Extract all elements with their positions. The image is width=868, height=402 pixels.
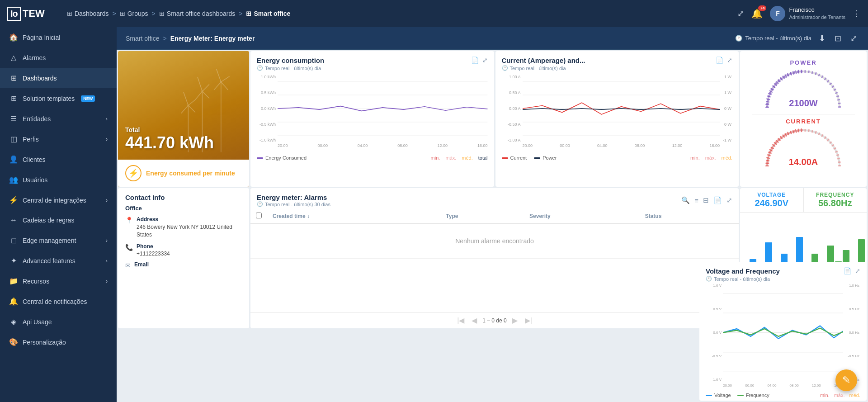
fab-button[interactable]: ✎: [835, 369, 857, 391]
columns-alarm-button[interactable]: ⊟: [703, 196, 709, 204]
clock-icon-2: 🕐: [257, 65, 263, 71]
user-name: Francisco: [789, 6, 845, 14]
alarms-icons: 🔍 ≡ ⊟ 📄 ⤢: [681, 196, 732, 204]
download-button[interactable]: ⬇: [817, 32, 827, 45]
voltage-stat: VOLTAGE 246.90V: [740, 188, 804, 212]
sidebar-item-perfis[interactable]: ◫ Perfis ›: [0, 129, 117, 149]
nav-sep-1: >: [113, 10, 116, 17]
last-page-button[interactable]: ▶|: [523, 316, 534, 325]
energy-chart-title-area: Energy consumption 🕐 Tempo real - último…: [257, 57, 324, 71]
sidebar-item-solution-templates[interactable]: ⊞ Solution templates NEW: [0, 88, 117, 109]
sidebar-label-perfis: Perfis: [23, 136, 39, 143]
vf-y-right: 1.0 Hz0.5 Hz0.0 Hz-0.5 Hz-1.0 Hz: [843, 284, 860, 382]
vf-med-label: méd.: [849, 393, 860, 398]
vf-line-chart: [723, 284, 843, 382]
filter-alarm-button[interactable]: ≡: [694, 197, 698, 204]
fullscreen-button[interactable]: ⤢: [849, 32, 859, 45]
smart-dashboards-grid-icon: ⊞: [159, 10, 165, 17]
first-page-button[interactable]: |◀: [455, 316, 466, 325]
sidebar-item-advanced[interactable]: ✦ Advanced features ›: [0, 251, 117, 271]
legend-dot-green: [737, 395, 744, 396]
user-area[interactable]: F Francisco Administrador de Tenants: [770, 6, 845, 21]
sidebar-item-integracoes[interactable]: ⚡ Central de integrações ›: [0, 190, 117, 210]
bolt-icon: ⚡: [125, 165, 142, 181]
sidebar-item-home[interactable]: 🏠 Página Inicial: [0, 27, 117, 47]
expand-icon[interactable]: ⤢: [737, 9, 744, 19]
power-value: 2100W: [763, 98, 844, 109]
contact-email-row: ✉ Email: [125, 261, 242, 269]
contact-header: Contact Info: [125, 194, 242, 201]
download-vf-icon[interactable]: 📄: [844, 267, 851, 274]
energy-line-chart: [278, 75, 488, 142]
nav-smart-dashboards[interactable]: ⊞ Smart office dashboards: [159, 10, 236, 17]
sidebar-item-entidades[interactable]: ☰ Entidades ›: [0, 109, 117, 129]
sidebar-item-dashboards[interactable]: ⊞ Dashboards: [0, 68, 117, 88]
voltage-value: 246.90V: [742, 198, 802, 208]
amp-min-max: min. máx. méd.: [690, 154, 732, 161]
sidebar-label-edge: Edge management: [23, 237, 76, 244]
nav-groups[interactable]: ⊞ Groups: [120, 10, 148, 17]
alarms-header-row: Created time ↓ Type Severity Status: [250, 209, 739, 224]
sidebar-item-personalizacao[interactable]: 🎨 Personalização: [0, 332, 117, 352]
current-title: CURRENT: [745, 118, 862, 125]
search-alarm-button[interactable]: 🔍: [681, 196, 690, 204]
energy-footer-label: Energy consumed per minute: [146, 169, 235, 177]
gauge-widget: POWER 2100W CURRENT: [740, 51, 867, 187]
sidebar-item-alarmes[interactable]: △ Alarmes: [0, 47, 117, 68]
expand-alarm-button[interactable]: ⤢: [726, 196, 732, 204]
legend-label-current: Current: [510, 155, 527, 161]
amperage-actions: 📄 ⤢: [716, 57, 732, 64]
address-value: 246 Bowery New York NY 10012 United Stat…: [137, 223, 242, 239]
download-amp-icon[interactable]: 📄: [716, 57, 723, 64]
subheader: Smart office > Energy Meter: Energy mete…: [117, 27, 868, 50]
api-icon: ◈: [9, 317, 18, 326]
next-page-button[interactable]: ▶: [510, 316, 519, 325]
energy-chart-actions: 📄 ⤢: [471, 57, 488, 64]
col-created-time[interactable]: Created time ↓: [267, 209, 440, 224]
sidebar-item-edge[interactable]: ◻ Edge management ›: [0, 230, 117, 251]
expand-chart-icon[interactable]: ⤢: [482, 57, 488, 64]
select-all-checkbox[interactable]: [256, 213, 262, 218]
volt-freq-header: VOLTAGE 246.90V FREQUENCY 56.80Hz: [740, 188, 867, 213]
col-type: Type: [440, 209, 524, 224]
sidebar-item-clientes[interactable]: 👤 Clientes: [0, 149, 117, 170]
prev-page-button[interactable]: ◀: [470, 316, 479, 325]
alarms-table-head: Created time ↓ Type Severity Status: [250, 209, 739, 224]
vf-footer: Voltage Frequency min. máx. méd.: [699, 393, 867, 401]
nav-smart-office[interactable]: ⊞ Smart office: [246, 10, 290, 17]
svg-line-7: [217, 69, 221, 82]
screenshot-button[interactable]: ⊡: [833, 32, 843, 45]
notification-badge: 74: [758, 5, 766, 11]
phone-label: Phone: [137, 243, 170, 250]
sort-icon: ↓: [307, 213, 310, 219]
vf-min-label: min.: [820, 393, 830, 398]
user-info: Francisco Administrador de Tenants: [789, 6, 845, 20]
user-role: Administrador de Tenants: [789, 14, 845, 20]
phone-icon: 📞: [125, 244, 133, 251]
nav-dashboards[interactable]: ⊞ Dashboards: [67, 10, 109, 17]
sidebar-item-notificacoes[interactable]: 🔔 Central de notificações: [0, 291, 117, 312]
sidebar-item-usuarios[interactable]: 👥 Usuários: [0, 170, 117, 190]
sidebar-label-advanced: Advanced features: [23, 257, 75, 265]
top-menu-icon[interactable]: ⋮: [853, 9, 861, 19]
sidebar-label-solution: Solution templates: [23, 95, 75, 102]
download-alarm-button[interactable]: 📄: [713, 196, 722, 204]
subheader-start[interactable]: Smart office: [126, 35, 159, 42]
svg-line-4: [202, 91, 209, 99]
download-data-icon[interactable]: 📄: [471, 57, 479, 64]
sidebar-item-recursos[interactable]: 📁 Recursos ›: [0, 271, 117, 291]
vf-chart-subtitle: 🕐 Tempo real - último(s) dia: [706, 276, 780, 282]
amperage-header: Current (Amperage) and... 🕐 Tempo real -…: [495, 51, 739, 73]
regras-icon: ↔: [9, 216, 18, 224]
x-axis-labels: 20:0000:0004:0008:0012:0016:00: [278, 143, 488, 151]
alarms-widget: Energy meter: Alarms 🕐 Tempo real - últi…: [250, 188, 739, 328]
time-range-button[interactable]: 🕐 Tempo real - último(s) dia: [735, 35, 811, 42]
subheader-sep: >: [163, 35, 166, 42]
sidebar-item-api[interactable]: ◈ Api Usage: [0, 312, 117, 332]
svg-line-1: [198, 77, 202, 91]
svg-line-13: [184, 92, 188, 105]
sidebar-item-regras[interactable]: ↔ Cadeias de regras: [0, 210, 117, 230]
expand-amp-icon[interactable]: ⤢: [727, 57, 732, 64]
notification-button[interactable]: 🔔 74: [751, 8, 763, 19]
expand-vf-icon[interactable]: ⤢: [855, 267, 860, 274]
